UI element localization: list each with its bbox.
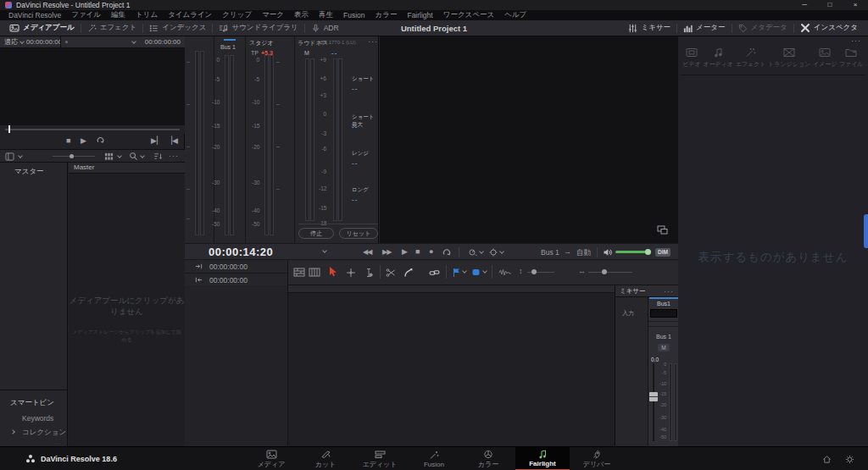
menu-trim[interactable]: トリム	[131, 10, 163, 20]
menu-davinci-resolve[interactable]: DaVinci Resolve	[3, 11, 66, 19]
chevron-down-icon[interactable]	[482, 268, 487, 274]
chevron-down-icon[interactable]	[18, 153, 23, 158]
smart-bins-header[interactable]: スマートビン	[0, 396, 68, 412]
inspector-toggle-button[interactable]: インスペクタ	[794, 23, 868, 33]
timeline-timecode[interactable]: 00:00:14:20	[209, 246, 273, 258]
loudness-menu-icon[interactable]: ···	[368, 37, 378, 46]
media-pool-button[interactable]: メディアプール	[3, 23, 81, 33]
preview-scrubber[interactable]	[0, 125, 185, 134]
bin-master[interactable]: マスター	[0, 163, 67, 177]
menu-help[interactable]: ヘルプ	[499, 10, 531, 20]
timeline-view-icon[interactable]	[293, 268, 305, 277]
meters-toggle-button[interactable]: メーター	[677, 23, 731, 33]
stop-button[interactable]: ■	[66, 136, 70, 145]
page-media[interactable]: メディア	[244, 447, 298, 470]
menu-edit[interactable]: 編集	[106, 10, 131, 20]
next-clip-button[interactable]: ▶▏	[151, 136, 163, 145]
flag-icon[interactable]	[452, 268, 460, 278]
link-tool-icon[interactable]	[429, 268, 440, 278]
loop-button[interactable]	[442, 247, 452, 257]
bin-list-title[interactable]: Master	[69, 163, 185, 174]
close-button[interactable]: ×	[843, 0, 868, 10]
project-home-icon[interactable]	[822, 455, 832, 464]
timeline-ruler[interactable]	[288, 285, 615, 293]
razor-tool-icon[interactable]	[346, 268, 356, 278]
smart-bin-keywords[interactable]: Keywords	[0, 412, 68, 425]
menu-color[interactable]: カラー	[370, 10, 403, 20]
page-fairlight[interactable]: Fairlight	[515, 447, 570, 470]
video-viewer[interactable]	[380, 36, 678, 243]
category-transitions[interactable]: トランジション	[768, 45, 810, 75]
waveform-icon[interactable]	[498, 268, 512, 278]
range-tool-icon[interactable]	[364, 268, 374, 278]
track-header-area[interactable]	[185, 285, 288, 446]
monitor-bus-label[interactable]: Bus 1	[541, 248, 559, 257]
category-audio[interactable]: オーディオ	[703, 45, 733, 75]
strip-bus-name[interactable]: Bus 1	[648, 334, 679, 340]
stop-button[interactable]: ■	[415, 247, 420, 256]
scrollbar-thumb[interactable]	[864, 214, 868, 248]
page-color[interactable]: カラー	[461, 447, 515, 470]
menu-workspace[interactable]: ワークスペース	[438, 10, 500, 20]
menu-file[interactable]: ファイル	[66, 10, 106, 20]
fast-forward-button[interactable]: ▶▶	[382, 248, 391, 256]
thumb-size-slider-handle[interactable]	[70, 154, 74, 158]
chevron-down-icon[interactable]	[322, 248, 327, 253]
effects-button[interactable]: エフェクト	[81, 23, 143, 33]
chevron-down-icon[interactable]	[462, 268, 467, 274]
minimize-button[interactable]: ─	[792, 0, 817, 10]
scrubber-track[interactable]	[5, 129, 180, 130]
play-button[interactable]: ▶	[81, 136, 86, 145]
sound-library-button[interactable]: サウンドライブラリ	[213, 23, 303, 33]
browser-menu-icon[interactable]: ···	[851, 36, 861, 45]
menu-mark[interactable]: マーク	[257, 10, 289, 20]
speaker-icon[interactable]	[603, 247, 613, 257]
chevron-down-icon[interactable]	[479, 249, 484, 254]
chevron-down-icon[interactable]	[117, 153, 122, 158]
strip-input-box[interactable]	[650, 309, 677, 318]
category-video[interactable]: ビデオ	[682, 45, 701, 75]
in-point-row[interactable]: 00:00:00:00	[185, 260, 287, 274]
selection-tool-icon[interactable]	[328, 266, 337, 278]
settings-gear-icon[interactable]	[845, 455, 854, 464]
dim-button[interactable]: DIM	[655, 248, 670, 257]
timeline-body[interactable]	[185, 285, 678, 446]
category-effects[interactable]: エフェクト	[736, 45, 766, 75]
index-button[interactable]: インデックス	[143, 23, 212, 33]
horizontal-zoom-slider[interactable]	[588, 272, 632, 273]
search-icon[interactable]	[129, 152, 138, 161]
thumb-size-slider[interactable]	[53, 156, 95, 157]
mixer-toggle-button[interactable]: ミキサー	[622, 23, 676, 33]
monitor-volume-slider[interactable]	[615, 251, 648, 253]
adr-button[interactable]: ADR	[305, 24, 345, 33]
page-edit[interactable]: エディット	[353, 447, 407, 470]
preview-timecode-in[interactable]: 00:00:00:00	[26, 38, 60, 46]
chevron-right-icon[interactable]	[10, 429, 15, 434]
fader-track[interactable]	[653, 363, 654, 441]
scrubber-playhead[interactable]	[8, 125, 10, 133]
sort-icon[interactable]	[153, 152, 163, 161]
preview-mode-select[interactable]: 適応	[4, 37, 18, 47]
metadata-toggle-button[interactable]: メタデータ	[732, 23, 793, 33]
chevron-down-icon[interactable]	[19, 39, 25, 44]
rewind-button[interactable]: ◀◀	[363, 248, 371, 256]
horizontal-zoom-handle[interactable]	[602, 269, 607, 274]
picture-in-picture-icon[interactable]	[657, 225, 668, 235]
menu-timeline[interactable]: タイムライン	[163, 10, 217, 20]
menu-playback[interactable]: 再生	[314, 10, 338, 20]
category-images[interactable]: イメージ	[813, 45, 837, 75]
record-button[interactable]: ●	[429, 247, 433, 256]
loudness-reset-button[interactable]: リセット	[339, 228, 378, 239]
loudness-stop-button[interactable]: 停止	[298, 228, 334, 239]
mixer-menu-icon[interactable]: ···	[664, 287, 674, 296]
maximize-button[interactable]: □	[817, 0, 843, 10]
smart-bin-collections[interactable]: コレクション	[0, 425, 68, 440]
monitor-settings-icon[interactable]	[488, 247, 498, 257]
chevron-down-icon[interactable]	[131, 39, 136, 44]
menu-view[interactable]: 表示	[289, 10, 314, 20]
audio-preview-viewer[interactable]	[0, 48, 185, 125]
menu-fusion[interactable]: Fusion	[338, 11, 370, 19]
monitor-auto-label[interactable]: 自動	[576, 248, 591, 258]
pen-tool-icon[interactable]	[403, 268, 414, 278]
play-button[interactable]: ▶	[402, 247, 408, 256]
